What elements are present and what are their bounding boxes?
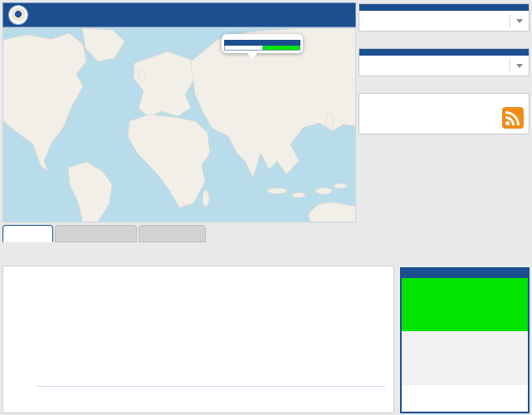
aqi-world-map[interactable] <box>2 27 356 222</box>
popup-pollutant-value <box>225 46 263 51</box>
city-select-label <box>359 4 529 11</box>
aqi-value-box <box>402 278 528 331</box>
chart-plot-area <box>37 296 385 386</box>
parameter-select-panel <box>359 48 530 76</box>
divider <box>510 59 510 72</box>
parameter-select-label <box>359 49 529 56</box>
popup-aqi-value <box>262 46 300 51</box>
divider <box>510 14 510 27</box>
current-conditions-header <box>402 269 528 278</box>
health-message-body <box>402 334 528 335</box>
current-conditions-panel <box>400 267 530 413</box>
view-tabs <box>2 225 206 242</box>
tab-concentration[interactable] <box>55 225 137 242</box>
health-message-box <box>402 331 528 385</box>
parameter-dropdown-arrow-icon[interactable] <box>516 64 523 68</box>
rss-feed-box <box>359 93 530 134</box>
popup-pointer <box>246 52 258 59</box>
world-map-tiles <box>3 28 356 222</box>
rss-icon[interactable] <box>502 107 524 129</box>
tab-historical[interactable] <box>139 225 206 242</box>
city-dropdown-arrow-icon[interactable] <box>516 19 523 23</box>
us-state-seal-icon <box>9 6 27 24</box>
tab-aqi[interactable] <box>2 225 53 242</box>
city-select-panel <box>359 3 530 32</box>
popup-aqi-table <box>224 40 300 51</box>
app-header <box>2 2 356 27</box>
aqi-chart-panel <box>2 266 394 413</box>
chart-bars <box>37 296 385 386</box>
map-popup <box>222 34 303 53</box>
parameter-select[interactable] <box>359 56 529 76</box>
city-select[interactable] <box>359 11 529 31</box>
x-axis-line <box>37 386 385 387</box>
rss-city-label <box>359 94 529 99</box>
